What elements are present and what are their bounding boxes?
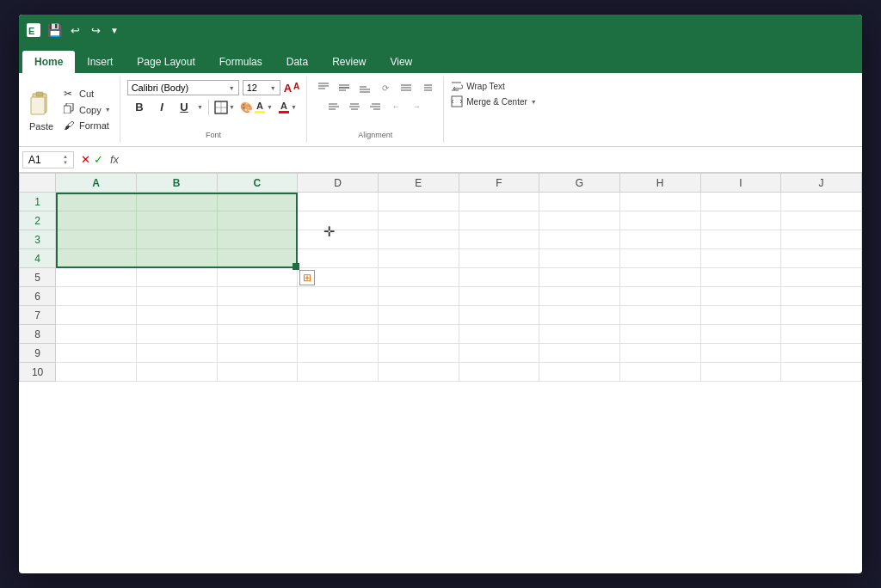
tab-formulas[interactable]: Formulas bbox=[207, 51, 274, 73]
underline-button[interactable]: U bbox=[175, 99, 194, 115]
cell-E8[interactable] bbox=[378, 325, 459, 344]
row-header-3[interactable]: 3 bbox=[20, 230, 56, 249]
cell-E3[interactable] bbox=[378, 230, 459, 249]
cell-F3[interactable] bbox=[459, 230, 539, 249]
cell-B10[interactable] bbox=[136, 363, 217, 382]
cell-A6[interactable] bbox=[56, 287, 137, 306]
cell-I7[interactable] bbox=[700, 306, 781, 325]
copy-button[interactable]: Copy ▼ bbox=[62, 102, 113, 117]
font-color-dropdown[interactable]: ▼ bbox=[291, 104, 297, 110]
align-left-button[interactable] bbox=[324, 99, 343, 114]
cell-C10[interactable] bbox=[217, 363, 298, 382]
cell-A7[interactable] bbox=[56, 306, 137, 325]
cell-C7[interactable] bbox=[217, 306, 298, 325]
cell-I9[interactable] bbox=[700, 344, 781, 363]
cell-C3[interactable] bbox=[217, 230, 298, 249]
bold-button[interactable]: B bbox=[130, 99, 149, 115]
align-middle-button[interactable] bbox=[335, 80, 354, 95]
cell-B4[interactable] bbox=[136, 249, 217, 268]
row-header-5[interactable]: 5 bbox=[20, 268, 56, 287]
align-center-button[interactable] bbox=[345, 99, 364, 114]
quick-analysis-button[interactable]: ⊞ bbox=[299, 270, 315, 285]
cell-E1[interactable] bbox=[378, 193, 459, 211]
cell-A1[interactable] bbox=[56, 193, 137, 211]
cell-A10[interactable] bbox=[56, 363, 137, 382]
cell-G6[interactable] bbox=[539, 287, 620, 306]
tab-insert[interactable]: Insert bbox=[75, 51, 125, 73]
cell-E6[interactable] bbox=[378, 287, 459, 306]
redo-icon[interactable]: ↪ bbox=[88, 22, 103, 38]
cell-H3[interactable] bbox=[619, 230, 700, 249]
col-header-F[interactable]: F bbox=[459, 174, 539, 193]
col-header-C[interactable]: C bbox=[217, 174, 298, 193]
merge-dropdown-arrow[interactable]: ▼ bbox=[531, 99, 537, 105]
cell-C4[interactable] bbox=[217, 249, 298, 268]
cell-H1[interactable] bbox=[619, 193, 700, 211]
cell-E5[interactable] bbox=[378, 268, 459, 287]
tab-review[interactable]: Review bbox=[320, 51, 378, 73]
cell-D8[interactable] bbox=[298, 325, 379, 344]
align-bottom-button[interactable] bbox=[355, 80, 374, 95]
cell-G1[interactable] bbox=[539, 193, 620, 211]
cell-J4[interactable] bbox=[781, 249, 862, 268]
increase-font-btn[interactable]: A bbox=[284, 82, 292, 95]
cell-J2[interactable] bbox=[781, 211, 862, 230]
cell-D6[interactable] bbox=[298, 287, 379, 306]
borders-dropdown[interactable]: ▼ bbox=[229, 104, 235, 110]
underline-dropdown[interactable]: ▼ bbox=[197, 104, 203, 110]
merge-center-button[interactable]: Merge & Center ▼ bbox=[451, 95, 537, 107]
cell-J6[interactable] bbox=[781, 287, 862, 306]
formula-input[interactable] bbox=[122, 154, 859, 166]
col-header-D[interactable]: D bbox=[298, 174, 379, 193]
cell-J10[interactable] bbox=[781, 363, 862, 382]
tab-page-layout[interactable]: Page Layout bbox=[125, 51, 206, 73]
cell-E2[interactable] bbox=[378, 211, 459, 230]
cell-F6[interactable] bbox=[459, 287, 539, 306]
font-family-select[interactable]: Calibri (Body) ▼ bbox=[127, 80, 239, 95]
cell-D1[interactable] bbox=[298, 193, 379, 211]
cell-B7[interactable] bbox=[136, 306, 217, 325]
indent-increase-button[interactable] bbox=[417, 80, 436, 95]
indent-decrease-button[interactable] bbox=[397, 80, 416, 95]
tab-data[interactable]: Data bbox=[274, 51, 320, 73]
cell-C1[interactable] bbox=[217, 193, 298, 211]
cell-B8[interactable] bbox=[136, 325, 217, 344]
cell-J3[interactable] bbox=[781, 230, 862, 249]
cell-E9[interactable] bbox=[378, 344, 459, 363]
cell-E4[interactable] bbox=[378, 249, 459, 268]
cell-F8[interactable] bbox=[459, 325, 539, 344]
cell-A5[interactable] bbox=[56, 268, 137, 287]
cell-H9[interactable] bbox=[619, 344, 700, 363]
cell-G4[interactable] bbox=[539, 249, 620, 268]
cell-J1[interactable] bbox=[781, 193, 862, 211]
cell-H7[interactable] bbox=[619, 306, 700, 325]
row-header-9[interactable]: 9 bbox=[20, 344, 56, 363]
cell-C8[interactable] bbox=[217, 325, 298, 344]
cell-J8[interactable] bbox=[781, 325, 862, 344]
cell-C2[interactable] bbox=[217, 211, 298, 230]
col-header-J[interactable]: J bbox=[781, 174, 862, 193]
cell-C9[interactable] bbox=[217, 344, 298, 363]
cell-H4[interactable] bbox=[619, 249, 700, 268]
cell-G10[interactable] bbox=[539, 363, 620, 382]
cell-G5[interactable] bbox=[539, 268, 620, 287]
cell-reference-box[interactable]: A1 ▲ ▼ bbox=[22, 151, 74, 168]
cell-B5[interactable] bbox=[136, 268, 217, 287]
tab-view[interactable]: View bbox=[378, 51, 424, 73]
cell-I1[interactable] bbox=[700, 193, 781, 211]
align-right-button[interactable] bbox=[366, 99, 385, 114]
cell-J7[interactable] bbox=[781, 306, 862, 325]
cell-C6[interactable] bbox=[217, 287, 298, 306]
cell-E7[interactable] bbox=[378, 306, 459, 325]
col-header-B[interactable]: B bbox=[136, 174, 217, 193]
increase-indent-button[interactable]: → bbox=[407, 99, 426, 114]
cell-F7[interactable] bbox=[459, 306, 539, 325]
row-header-10[interactable]: 10 bbox=[20, 363, 56, 382]
format-painter-button[interactable]: 🖌 Format bbox=[62, 119, 113, 132]
cell-A2[interactable] bbox=[56, 211, 137, 230]
cell-J9[interactable] bbox=[781, 344, 862, 363]
cell-H8[interactable] bbox=[619, 325, 700, 344]
col-header-H[interactable]: H bbox=[619, 174, 700, 193]
undo-icon[interactable]: ↩ bbox=[67, 22, 83, 38]
cell-J5[interactable] bbox=[781, 268, 862, 287]
